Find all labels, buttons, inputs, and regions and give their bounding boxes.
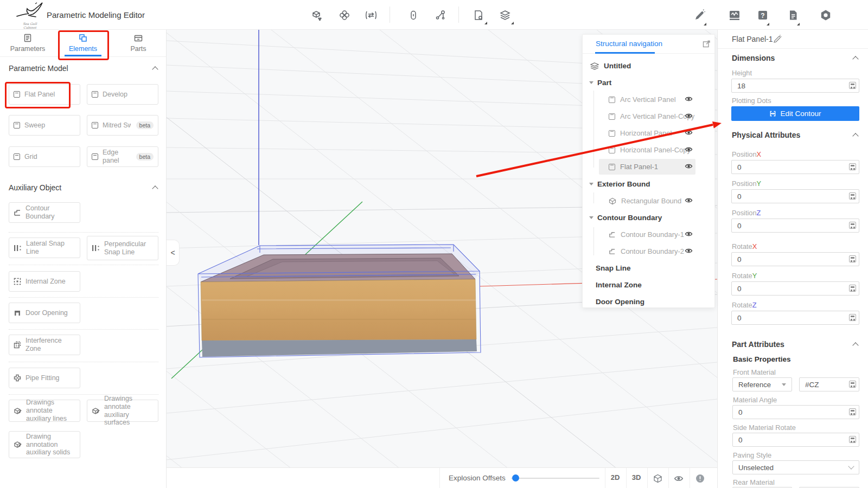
mode-2d-button[interactable]: 2D (605, 473, 626, 481)
tree-label: Horizontal Panel-Copy (620, 146, 691, 154)
material-angle-input[interactable] (732, 405, 859, 419)
tree-item-rectangular-bound[interactable]: Rectangular Bound (583, 192, 714, 209)
model-cube-icon[interactable] (309, 8, 324, 23)
eye-icon[interactable] (685, 129, 693, 137)
document-icon[interactable] (786, 8, 801, 23)
visibility-eye-icon[interactable] (673, 473, 684, 484)
dimensions-section-header[interactable]: Dimensions (732, 54, 775, 62)
part-attributes-section-header[interactable]: Part Attributes (732, 340, 784, 349)
flat-panel-button[interactable]: Flat Panel (9, 84, 80, 105)
knot-icon[interactable] (337, 8, 352, 23)
mode-3d-button[interactable]: 3D (626, 473, 647, 481)
settings-nut-icon[interactable] (818, 8, 833, 23)
rotate-y-input[interactable] (731, 281, 859, 296)
eye-icon[interactable] (685, 95, 693, 104)
paving-style-label: Paving Style (733, 451, 771, 459)
door-opening-button[interactable]: Door Opening (9, 303, 80, 323)
side-material-rotate-input[interactable] (732, 433, 859, 447)
rotate-z-input[interactable] (731, 311, 859, 325)
link-icon[interactable] (406, 8, 421, 23)
eye-icon[interactable] (685, 112, 693, 120)
tree-group-internal-zone[interactable]: Internal Zone (583, 277, 714, 293)
internal-zone-button[interactable]: Internal Zone (9, 271, 80, 292)
position-x-input[interactable] (731, 160, 859, 174)
pencil-icon[interactable] (692, 8, 707, 23)
warning-info-icon[interactable] (694, 473, 705, 484)
collapse-chevron[interactable] (852, 56, 858, 62)
height-input[interactable] (731, 79, 859, 93)
grid-button[interactable]: Grid (9, 146, 80, 167)
document-export-icon[interactable] (471, 8, 486, 23)
collapse-chevron[interactable] (152, 66, 158, 72)
edge-panel-button[interactable]: Edge panelbeta (87, 146, 158, 167)
tree-item-horizontal-panel[interactable]: Horizontal Panel (583, 125, 714, 142)
tree-root-untitled[interactable]: Untitled (583, 57, 714, 74)
tab-parts[interactable]: Parts (111, 30, 166, 56)
eye-icon[interactable] (685, 163, 693, 171)
drawings-annotate-surfaces-button[interactable]: Drawings annotate auxiliary surfaces (87, 400, 158, 422)
tree-item-arc-vertical-panel[interactable]: Arc Vertical Panel (583, 91, 714, 108)
monitor-activity-icon[interactable] (727, 8, 742, 23)
collapse-sidebar-handle[interactable]: < (167, 240, 180, 266)
expand-panel-icon[interactable] (703, 40, 711, 48)
cube-view-icon[interactable] (652, 473, 663, 484)
lateral-snap-line-button[interactable]: Lateral Snap Line (9, 237, 80, 258)
eye-icon[interactable] (685, 247, 693, 255)
tree-group-door-opening[interactable]: Door Opening (583, 293, 714, 308)
interference-zone-button[interactable]: Interference Zone (9, 335, 80, 355)
calculator-icon[interactable] (849, 82, 856, 89)
tree-item-horizontal-panel-copy[interactable]: Horizontal Panel-Copy (583, 142, 714, 158)
layers-pin-icon[interactable] (497, 8, 513, 23)
sweep-button[interactable]: Sweep (9, 115, 80, 136)
calculator-icon[interactable] (849, 436, 856, 443)
expand-triangle[interactable] (589, 81, 593, 84)
tab-elements[interactable]: Elements (55, 30, 111, 56)
eye-icon[interactable] (685, 146, 693, 154)
calculator-icon[interactable] (849, 381, 856, 388)
develop-button[interactable]: Develop (87, 84, 158, 105)
tree-item-flat-panel-1[interactable]: Flat Panel-1 (583, 158, 714, 175)
expand-triangle[interactable] (589, 216, 593, 219)
rotate-x-input[interactable] (731, 252, 859, 266)
share-nodes-icon[interactable] (433, 8, 448, 23)
nav-title[interactable]: Structural navigation (596, 40, 662, 48)
tree-group-part[interactable]: Part (583, 74, 714, 91)
position-z-input[interactable] (731, 219, 859, 233)
drawings-annotate-lines-button[interactable]: Drawings annotate auxiliary lines (9, 400, 80, 422)
help-icon[interactable]: ? (755, 8, 770, 23)
expand-triangle[interactable] (589, 183, 593, 185)
position-y-input[interactable] (731, 189, 859, 203)
paving-style-select[interactable]: Unselected (732, 460, 859, 474)
edit-contour-button[interactable]: Edit Contour (731, 106, 859, 121)
physical-attributes-section-header[interactable]: Physical Attributes (732, 131, 800, 139)
explosion-offsets-slider[interactable] (511, 478, 599, 479)
collapse-chevron[interactable] (852, 133, 858, 139)
tab-parameters[interactable]: Parameters (0, 30, 55, 56)
tree-item-arc-vertical-panel-copy[interactable]: Arc Vertical Panel-Copy (583, 108, 714, 125)
tree-group-contour-boundary[interactable]: Contour Boundary (583, 209, 714, 226)
mitred-sweep-button[interactable]: Mitred Sweebeta (87, 115, 158, 136)
rename-pencil-icon[interactable] (773, 35, 782, 43)
collapse-chevron[interactable] (152, 185, 158, 191)
explosion-slider-thumb[interactable] (512, 474, 519, 481)
calculator-icon[interactable] (849, 285, 856, 292)
eye-icon[interactable] (685, 197, 693, 205)
swap-arrows-icon[interactable] (363, 8, 379, 23)
calculator-icon[interactable] (849, 163, 856, 170)
drawing-annotation-solids-button[interactable]: Drawing annotation auxiliary solids (9, 431, 80, 458)
calculator-icon[interactable] (849, 192, 856, 200)
collapse-chevron[interactable] (852, 342, 858, 348)
perpendicular-snap-line-button[interactable]: Perpendicular Snap Line (87, 236, 158, 260)
tree-group-snap-line[interactable]: Snap Line (583, 260, 714, 277)
tree-item-contour-boundary-1[interactable]: Contour Boundary-1 (583, 226, 714, 243)
calculator-icon[interactable] (849, 408, 856, 415)
pipe-fitting-button[interactable]: Pipe Fitting (9, 368, 80, 388)
front-material-select[interactable]: Reference (732, 377, 792, 391)
tree-item-contour-boundary-2[interactable]: Contour Boundary-2 (583, 243, 714, 260)
calculator-icon[interactable] (849, 255, 856, 262)
calculator-icon[interactable] (849, 222, 856, 229)
contour-boundary-button[interactable]: Contour Boundary (9, 202, 80, 223)
eye-icon[interactable] (685, 230, 693, 239)
tree-group-exterior-bound[interactable]: Exterior Bound (583, 176, 714, 192)
calculator-icon[interactable] (849, 314, 856, 321)
